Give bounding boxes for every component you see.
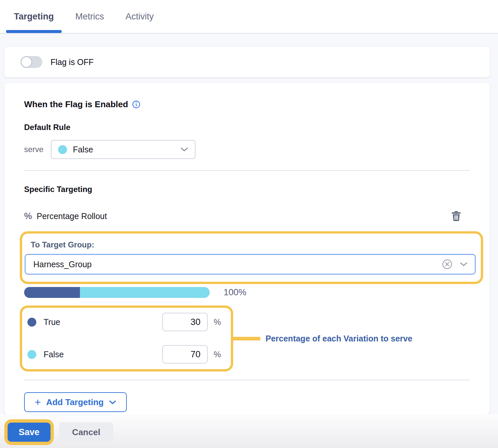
- section-divider: [24, 170, 470, 171]
- percent-unit-label: %: [214, 350, 222, 359]
- tab-targeting-label: Targeting: [14, 12, 54, 22]
- rollout-total-label: 100%: [224, 287, 246, 298]
- tab-metrics[interactable]: Metrics: [75, 0, 104, 33]
- chevron-down-icon: [180, 147, 188, 152]
- delete-rollout-button[interactable]: [452, 211, 461, 221]
- clear-selection-button[interactable]: [442, 259, 452, 270]
- percent-icon: %: [24, 211, 32, 221]
- rollout-bar-true-segment: [24, 287, 80, 298]
- variation-percentage-input-true[interactable]: [162, 313, 208, 331]
- specific-targeting-heading: Specific Targeting: [24, 185, 470, 194]
- flag-state-card: Flag is OFF: [4, 47, 490, 77]
- rollout-bar-row: 100%: [24, 287, 470, 298]
- trash-icon: [452, 211, 461, 221]
- chevron-down-icon: [460, 262, 468, 267]
- percent-unit-label: %: [214, 317, 222, 327]
- circle-x-icon: [442, 259, 452, 270]
- default-rule-serve-row: serve False: [24, 140, 470, 159]
- rollout-bar-false-segment: [80, 287, 210, 298]
- target-group-value: Harness_Group: [33, 260, 91, 269]
- when-enabled-title: When the Flag is Enabled: [24, 99, 128, 110]
- target-group-label: To Target Group:: [31, 240, 476, 249]
- variations-highlight-box: True % False %: [20, 305, 233, 371]
- active-tab-underline: [6, 30, 62, 33]
- annotation-connector-line: [233, 337, 260, 340]
- variation-color-dot: [27, 350, 36, 359]
- variation-name: True: [44, 317, 60, 327]
- tab-metrics-label: Metrics: [75, 12, 104, 22]
- variation-percentage-input-false[interactable]: [162, 345, 208, 364]
- flag-state-label: Flag is OFF: [51, 57, 94, 67]
- save-highlight-ring: Save: [4, 419, 54, 445]
- serve-variation-select[interactable]: False: [51, 140, 196, 159]
- targeting-card: When the Flag is Enabled Default Rule se…: [4, 83, 490, 414]
- plus-icon: +: [35, 397, 41, 407]
- variation-color-dot: [58, 145, 67, 154]
- variation-name: False: [44, 350, 64, 359]
- info-icon[interactable]: [132, 100, 140, 109]
- target-group-highlight-box: To Target Group: Harness_Group: [20, 231, 483, 284]
- variation-annotation-text: Percentage of each Variation to serve: [266, 334, 412, 343]
- section-divider: [24, 380, 470, 380]
- variation-row-true: True %: [27, 312, 222, 332]
- serve-label: serve: [24, 145, 44, 154]
- default-rule-heading: Default Rule: [24, 123, 470, 132]
- footer-action-bar: Save Cancel: [0, 414, 498, 448]
- add-targeting-label: Add Targeting: [46, 397, 104, 407]
- target-group-select[interactable]: Harness_Group: [25, 254, 476, 274]
- when-enabled-heading: When the Flag is Enabled: [24, 99, 470, 110]
- tab-activity[interactable]: Activity: [125, 0, 154, 33]
- page-body: Flag is OFF When the Flag is Enabled Def…: [0, 34, 498, 414]
- serve-variation-value: False: [73, 145, 93, 154]
- tab-activity-label: Activity: [125, 12, 154, 22]
- rollout-distribution-bar: [24, 287, 210, 298]
- percentage-rollout-label: Percentage Rollout: [37, 211, 107, 221]
- chevron-down-icon: [109, 400, 116, 405]
- save-button[interactable]: Save: [8, 423, 51, 442]
- cancel-button[interactable]: Cancel: [59, 422, 113, 442]
- flag-toggle[interactable]: [20, 56, 42, 68]
- target-group-select-icons: [442, 259, 468, 270]
- flag-toggle-knob: [21, 56, 32, 68]
- tab-bar: Targeting Metrics Activity: [0, 0, 498, 34]
- variations-row: True % False % Percentage of each Variat…: [24, 305, 470, 371]
- add-targeting-button[interactable]: + Add Targeting: [24, 392, 127, 412]
- percentage-rollout-header: % Percentage Rollout: [24, 210, 470, 222]
- tab-targeting[interactable]: Targeting: [14, 0, 54, 33]
- variation-color-dot: [27, 318, 36, 327]
- variation-row-false: False %: [27, 345, 222, 364]
